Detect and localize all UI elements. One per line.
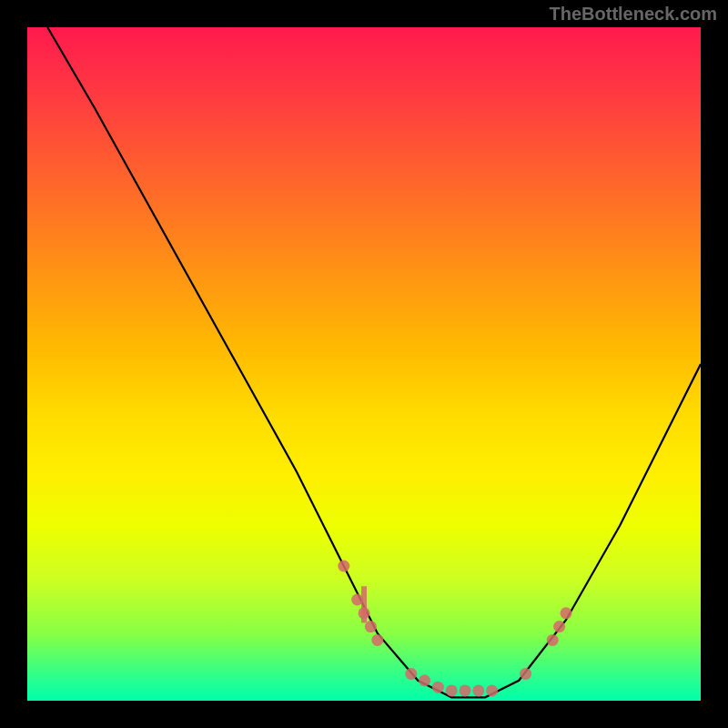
chart-svg [27, 27, 701, 701]
data-point [561, 607, 572, 619]
data-point [460, 684, 471, 696]
data-point [365, 621, 377, 632]
data-point [520, 668, 531, 680]
watermark-text: TheBottleneck.com [550, 4, 717, 25]
data-point [419, 674, 430, 686]
data-point [359, 607, 370, 619]
data-points-group [338, 561, 571, 697]
data-point [371, 634, 383, 646]
plot-area [27, 27, 701, 701]
data-point [432, 682, 444, 693]
data-point [486, 684, 498, 696]
data-point [446, 684, 458, 696]
data-point [547, 634, 559, 646]
bottleneck-curve [47, 27, 701, 697]
data-point [338, 561, 349, 572]
data-point [472, 684, 484, 696]
data-point [351, 594, 363, 606]
data-point [553, 621, 565, 632]
data-point [405, 668, 417, 680]
